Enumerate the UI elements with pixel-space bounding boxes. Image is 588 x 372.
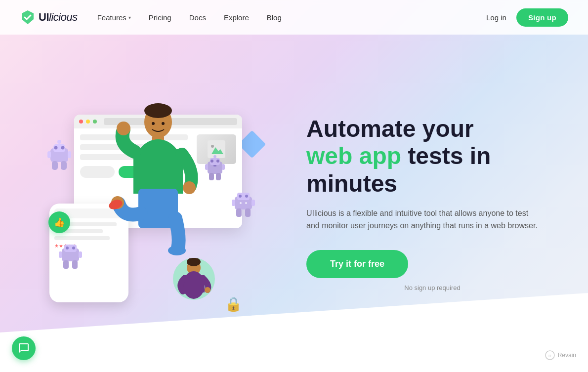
revain-label: Revain [558,352,576,359]
man-illustration [109,100,208,260]
chat-icon [18,342,30,354]
svg-point-49 [183,181,196,194]
cta-container: Try it for free No sign up required [306,250,558,291]
robot-icon [230,189,257,221]
svg-point-48 [117,122,130,135]
hero-illustration: ★★★★☆ 👍 [20,35,296,372]
svg-rect-22 [61,161,67,170]
maximize-dot [93,120,97,124]
svg-rect-37 [232,200,235,206]
svg-point-3 [211,145,214,148]
robot-bottomleft [57,241,84,273]
hero-description: UIlicious is a flexible and intuitive to… [306,207,544,232]
logo-icon [20,9,36,25]
nav-features[interactable]: Features ▾ [97,13,131,22]
navbar: UIlicious Features ▾ Pricing Docs Explor… [0,0,588,35]
minimize-dot [86,120,90,124]
nav-blog[interactable]: Blog [267,13,282,22]
hero-title: Automate your web app tests in minutes [306,115,558,197]
signup-button[interactable]: Sign up [516,8,568,27]
thumbsup-bubble: 👍 [48,211,70,233]
cta-subtext: No sign up required [306,284,558,291]
svg-rect-30 [79,251,82,258]
svg-rect-32 [72,260,78,269]
svg-point-13 [213,155,216,158]
logo[interactable]: UIlicious [20,9,78,25]
svg-rect-19 [47,151,51,158]
svg-rect-31 [63,260,69,269]
svg-rect-20 [68,151,71,158]
svg-rect-11 [209,173,214,180]
svg-rect-12 [216,173,221,180]
svg-point-44 [144,103,172,118]
logo-text: UIlicious [39,11,78,24]
svg-rect-38 [252,200,255,206]
svg-rect-40 [245,208,251,217]
svg-point-36 [245,195,248,198]
chat-bubble-button[interactable] [12,336,36,360]
revain-badge: R Revain [545,350,576,360]
svg-point-18 [61,146,65,149]
illustration-container: ★★★★☆ 👍 [30,75,287,332]
svg-point-61 [205,287,210,293]
cta-button[interactable]: Try it for free [306,250,408,278]
person-circle-illustration [173,258,215,300]
nav-explore[interactable]: Explore [224,13,249,22]
svg-point-54 [152,122,155,125]
svg-point-28 [72,247,75,249]
svg-text:R: R [548,354,551,358]
login-link[interactable]: Log in [486,13,506,22]
svg-rect-10 [222,164,225,170]
svg-point-7 [216,160,219,163]
person-icon [175,258,212,300]
robot-topleft [44,139,74,174]
svg-rect-29 [59,251,62,258]
svg-point-53 [168,246,186,255]
svg-point-17 [54,146,58,149]
hero-content: Automate your web app tests in minutes U… [296,115,588,291]
hero-section: ★★★★☆ 👍 [0,35,588,372]
nav-docs[interactable]: Docs [189,13,206,22]
svg-point-23 [57,140,61,144]
character-icon [109,100,208,258]
svg-point-35 [239,195,242,198]
revain-icon: R [545,350,555,360]
svg-rect-21 [52,161,58,170]
phone-content-row [54,236,110,240]
robot-midright [230,189,257,221]
svg-point-6 [210,160,213,163]
close-dot [79,120,83,124]
svg-point-41 [240,202,242,204]
svg-rect-8 [213,165,216,166]
nav-links: Features ▾ Pricing Docs Explore Blog [97,13,486,22]
svg-rect-47 [133,149,183,194]
nav-right: Log in Sign up [486,8,568,27]
cage-decoration: 🔒 [225,296,242,312]
diamond-decoration [238,130,266,158]
svg-rect-39 [236,208,242,217]
svg-point-42 [245,202,247,204]
chevron-down-icon: ▾ [128,15,131,20]
svg-point-55 [162,122,165,125]
svg-point-27 [66,247,69,249]
robot-icon [57,241,84,273]
robot-icon [44,139,74,174]
nav-pricing[interactable]: Pricing [149,13,171,22]
